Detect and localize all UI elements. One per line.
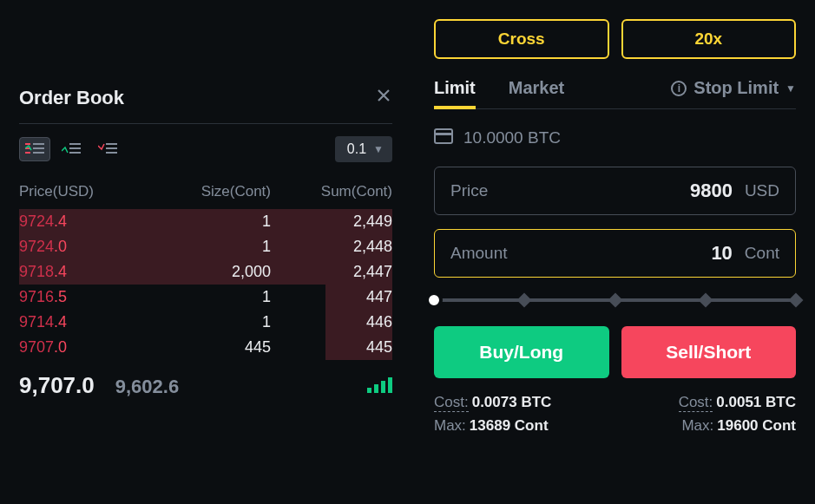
last-price: 9,707.0	[19, 372, 95, 399]
mark-price: 9,602.6	[115, 376, 179, 398]
tick-size-select[interactable]: 0.1 ▼	[335, 136, 392, 162]
buy-long-button[interactable]: Buy/Long	[434, 326, 609, 378]
buy-cost-label: Cost:	[434, 394, 469, 412]
chevron-down-icon: ▼	[785, 82, 796, 95]
tab-limit[interactable]: Limit	[434, 78, 476, 108]
orderbook-ask-row[interactable]: 9724.412,449	[19, 209, 392, 234]
wallet-icon	[434, 128, 453, 147]
orderbook-ask-row[interactable]: 9724.012,448	[19, 234, 392, 259]
orderbook-ask-row[interactable]: 9707.0445445	[19, 335, 392, 360]
buy-cost-value: 0.0073 BTC	[472, 394, 552, 412]
sell-max-value: 19600 Cont	[717, 417, 796, 435]
price-unit: USD	[745, 181, 779, 200]
price-label: Price	[450, 181, 488, 200]
orderbook-view-asks-icon[interactable]	[92, 137, 123, 161]
svg-rect-1	[435, 133, 452, 135]
tab-stop-limit-label: Stop Limit	[693, 78, 779, 98]
amount-value: 10	[711, 242, 732, 265]
margin-mode-button[interactable]: Cross	[434, 19, 609, 59]
depth-bars-icon[interactable]	[367, 377, 392, 393]
leverage-button[interactable]: 20x	[621, 19, 797, 59]
col-header-price: Price(USD)	[19, 183, 141, 200]
tick-size-value: 0.1	[347, 141, 366, 157]
col-header-size: Size(Cont)	[141, 183, 271, 200]
col-header-sum: Sum(Cont)	[271, 183, 392, 200]
tab-stop-limit[interactable]: i Stop Limit ▼	[671, 78, 796, 108]
close-icon[interactable]	[375, 87, 392, 109]
amount-input[interactable]: Amount 10 Cont	[434, 229, 796, 278]
size-slider[interactable]	[434, 298, 796, 302]
orderbook-ask-row[interactable]: 9716.51447	[19, 285, 392, 310]
orderbook-view-both-icon[interactable]	[19, 137, 50, 161]
slider-thumb[interactable]	[425, 291, 443, 309]
buy-max-value: 13689 Cont	[470, 417, 549, 435]
sell-cost-label: Cost:	[679, 394, 713, 412]
price-value: 9800	[690, 180, 733, 202]
buy-max-label: Max:	[434, 417, 466, 435]
sell-cost-value: 0.0051 BTC	[716, 394, 796, 412]
tab-market[interactable]: Market	[509, 78, 564, 108]
amount-label: Amount	[450, 244, 507, 263]
orderbook-ask-row[interactable]: 9714.41446	[19, 310, 392, 335]
available-balance: 10.0000 BTC	[463, 128, 561, 147]
info-icon: i	[671, 81, 687, 96]
svg-rect-0	[435, 129, 452, 143]
orderbook-ask-row[interactable]: 9718.42,0002,447	[19, 259, 392, 285]
order-book-title: Order Book	[19, 87, 124, 109]
orderbook-view-bids-icon[interactable]	[56, 137, 87, 161]
amount-unit: Cont	[745, 244, 779, 263]
price-input[interactable]: Price 9800 USD	[434, 167, 796, 215]
sell-max-label: Max:	[681, 417, 713, 435]
sell-short-button[interactable]: Sell/Short	[621, 326, 797, 378]
chevron-down-icon: ▼	[373, 143, 384, 155]
